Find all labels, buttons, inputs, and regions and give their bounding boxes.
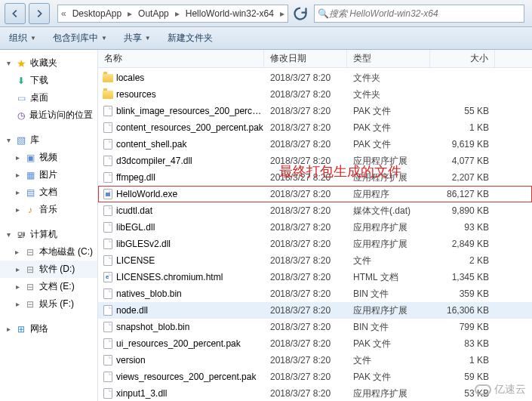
- new-folder-button[interactable]: 新建文件夹: [168, 32, 213, 45]
- file-name: libEGL.dll: [115, 222, 264, 233]
- tree-downloads[interactable]: ⬇下载: [0, 72, 97, 89]
- organize-label: 组织: [9, 32, 27, 45]
- search-input[interactable]: [329, 8, 521, 19]
- file-type: PAK 文件: [347, 105, 430, 118]
- file-size: 4,077 KB: [430, 156, 489, 166]
- main-area: ▾★收藏夹 ⬇下载 ▭桌面 ◷最近访问的位置 ▾▧库 ▸▣视频 ▸▦图片 ▸▤文…: [0, 50, 532, 401]
- file-row[interactable]: ffmpeg.dll2018/3/27 8:20应用程序扩展2,207 KB: [98, 169, 532, 186]
- file-row[interactable]: LICENSE2018/3/27 8:20文件2 KB: [98, 252, 532, 269]
- expand-icon[interactable]: ▸: [14, 265, 21, 273]
- tree-label: 库: [30, 134, 39, 147]
- file-row[interactable]: version2018/3/27 8:20文件1 KB: [98, 352, 532, 369]
- file-row[interactable]: content_resources_200_percent.pak2018/3/…: [98, 119, 532, 136]
- network-icon: ⊞: [15, 323, 27, 335]
- star-icon: ★: [15, 57, 27, 69]
- file-row[interactable]: natives_blob.bin2018/3/27 8:20BIN 文件359 …: [98, 285, 532, 302]
- file-row[interactable]: HelloWorld.exe2018/3/27 8:20应用程序86,127 K…: [98, 186, 532, 202]
- chevron-down-icon: ▼: [101, 35, 107, 42]
- file-icon: [103, 222, 112, 233]
- file-row[interactable]: locales2018/3/27 8:20文件夹: [98, 69, 532, 86]
- file-row[interactable]: d3dcompiler_47.dll2018/3/27 8:20应用程序扩展4,…: [98, 153, 532, 169]
- file-row[interactable]: libEGL.dll2018/3/27 8:20应用程序扩展93 KB: [98, 219, 532, 236]
- forward-button[interactable]: [29, 3, 50, 24]
- file-date: 2018/3/27 8:20: [264, 355, 347, 366]
- expand-icon[interactable]: ▸: [14, 248, 21, 256]
- collapse-icon[interactable]: ▾: [5, 59, 12, 67]
- expand-icon[interactable]: ▸: [14, 153, 21, 162]
- tree-drive-c[interactable]: ▸⊟本地磁盘 (C:): [0, 243, 97, 261]
- tree-libraries[interactable]: ▾▧库: [0, 131, 97, 149]
- file-row[interactable]: libGLESv2.dll2018/3/27 8:20应用程序扩展2,849 K…: [98, 236, 532, 252]
- expand-icon[interactable]: ▸: [14, 205, 21, 214]
- file-date: 2018/3/27 8:20: [264, 372, 347, 382]
- tree-label: 娱乐 (F:): [39, 298, 74, 310]
- tree-label: 下载: [30, 74, 48, 87]
- tree-recent[interactable]: ◷最近访问的位置: [0, 106, 97, 124]
- expand-icon[interactable]: ▸: [14, 188, 21, 196]
- library-icon: ▧: [15, 134, 27, 147]
- file-date: 2018/3/27 8:20: [264, 255, 347, 266]
- tree-desktop[interactable]: ▭桌面: [0, 89, 97, 106]
- file-type: PAK 文件: [347, 371, 430, 384]
- file-name: LICENSE: [115, 255, 264, 266]
- tree-drive-e[interactable]: ▸⊟文档 (E:): [0, 278, 97, 295]
- file-row[interactable]: views_resources_200_percent.pak2018/3/27…: [98, 369, 532, 385]
- file-size: 59 KB: [430, 372, 489, 382]
- col-name-header[interactable]: 名称: [98, 50, 264, 67]
- tree-label: 桌面: [30, 91, 48, 104]
- file-date: 2018/3/27 8:20: [264, 239, 347, 249]
- file-row[interactable]: blink_image_resources_200_percent.p...20…: [98, 103, 532, 119]
- tree-drive-f[interactable]: ▸⊟娱乐 (F:): [0, 295, 97, 313]
- file-row[interactable]: content_shell.pak2018/3/27 8:20PAK 文件9,6…: [98, 136, 532, 153]
- expand-icon[interactable]: ▸: [14, 282, 21, 291]
- breadcrumb-part[interactable]: OutApp: [134, 7, 174, 20]
- file-size: 1,345 KB: [430, 272, 489, 282]
- file-name: content_resources_200_percent.pak: [115, 122, 264, 133]
- html-icon: [103, 272, 112, 282]
- file-name: libGLESv2.dll: [115, 239, 264, 249]
- file-row[interactable]: snapshot_blob.bin2018/3/27 8:20BIN 文件799…: [98, 319, 532, 335]
- tree-computer[interactable]: ▾🖳计算机: [0, 226, 97, 243]
- tree-label: 音乐: [39, 203, 57, 216]
- col-date-header[interactable]: 修改日期: [264, 50, 347, 67]
- file-row[interactable]: LICENSES.chromium.html2018/3/27 8:20HTML…: [98, 269, 532, 285]
- tree-music[interactable]: ▸♪音乐: [0, 201, 97, 218]
- tree-videos[interactable]: ▸▣视频: [0, 149, 97, 166]
- file-size: 16,306 KB: [430, 305, 489, 316]
- organize-menu[interactable]: 组织▼: [9, 32, 36, 45]
- collapse-icon[interactable]: ▾: [5, 136, 12, 144]
- file-row[interactable]: resources2018/3/27 8:20文件夹: [98, 86, 532, 103]
- tree-pictures[interactable]: ▸▦图片: [0, 166, 97, 184]
- file-row[interactable]: icudtl.dat2018/3/27 8:20媒体文件(.dat)9,890 …: [98, 202, 532, 219]
- file-icon: [103, 172, 112, 183]
- collapse-icon[interactable]: ▾: [5, 230, 12, 239]
- tree-favorites[interactable]: ▾★收藏夹: [0, 54, 97, 72]
- file-size: 799 KB: [430, 322, 489, 332]
- file-row[interactable]: ui_resources_200_percent.pak2018/3/27 8:…: [98, 335, 532, 352]
- breadcrumb[interactable]: « DesktopApp ▸ OutApp ▸ HelloWorld-win32…: [57, 5, 288, 23]
- file-icon: [103, 139, 112, 150]
- tree-documents[interactable]: ▸▤文档: [0, 184, 97, 201]
- expand-icon[interactable]: ▸: [14, 171, 21, 179]
- file-name: LICENSES.chromium.html: [115, 272, 264, 282]
- col-type-header[interactable]: 类型: [347, 50, 430, 67]
- breadcrumb-part[interactable]: HelloWorld-win32-x64: [181, 7, 278, 20]
- share-menu[interactable]: 共享▼: [124, 32, 151, 45]
- include-menu[interactable]: 包含到库中▼: [53, 32, 107, 45]
- expand-icon[interactable]: ▸: [14, 300, 21, 308]
- refresh-button[interactable]: [291, 5, 309, 23]
- search-box[interactable]: 🔍: [314, 5, 524, 23]
- tree-network[interactable]: ▸⊞网络: [0, 320, 97, 338]
- expand-icon[interactable]: ▸: [5, 325, 12, 333]
- include-label: 包含到库中: [53, 32, 98, 45]
- chevron-left-icon[interactable]: «: [60, 8, 68, 19]
- col-size-header[interactable]: 大小: [430, 50, 495, 67]
- tree-drive-d[interactable]: ▸⊟软件 (D:): [0, 261, 97, 278]
- file-date: 2018/3/27 8:20: [264, 156, 347, 166]
- breadcrumb-part[interactable]: DesktopApp: [68, 7, 126, 20]
- back-button[interactable]: [5, 3, 26, 24]
- file-row[interactable]: node.dll2018/3/27 8:20应用程序扩展16,306 KB: [98, 302, 532, 319]
- file-row[interactable]: xinput1_3.dll2018/3/27 8:20应用程序扩展53 KB: [98, 385, 532, 401]
- file-type: 文件夹: [347, 72, 430, 85]
- tree-label: 图片: [39, 168, 57, 181]
